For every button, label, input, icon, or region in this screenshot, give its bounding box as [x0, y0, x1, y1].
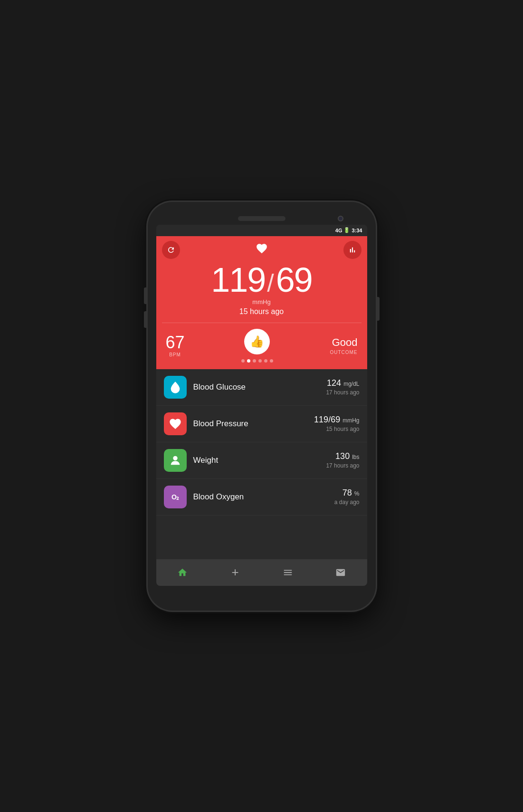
- bpm-section: 67 BPM: [166, 334, 185, 357]
- svg-point-0: [173, 456, 177, 460]
- thumbs-button[interactable]: 👍: [244, 329, 270, 354]
- dot-2: [247, 359, 250, 363]
- metric-item-pressure[interactable]: Blood Pressure 119/69 mmHg 15 hours ago: [156, 406, 367, 442]
- outcome-section: Good OUTCOME: [330, 336, 357, 355]
- glucose-label: Blood Glucose: [193, 382, 326, 392]
- nav-messages[interactable]: [314, 559, 367, 586]
- heart-icon: [256, 242, 268, 258]
- pressure-label: Blood Pressure: [193, 419, 314, 429]
- dot-5: [264, 359, 267, 363]
- diastolic-value: 69: [276, 263, 312, 297]
- systolic-value: 119: [211, 263, 265, 297]
- weight-label: Weight: [193, 456, 326, 465]
- bpm-value: 67: [166, 334, 185, 351]
- glucose-icon: [164, 376, 187, 399]
- weight-reading: 130 lbs 17 hours ago: [326, 451, 359, 469]
- bp-unit: mmHg: [156, 298, 367, 306]
- oxygen-icon: O₂: [164, 486, 187, 508]
- dot-1: [241, 359, 245, 363]
- metric-item-glucose[interactable]: Blood Glucose 124 mg/dL 17 hours ago: [156, 369, 367, 406]
- hero-bottom: 67 BPM 👍: [156, 323, 367, 369]
- speaker: [238, 216, 285, 221]
- chart-button[interactable]: [343, 241, 361, 259]
- weight-time: 17 hours ago: [326, 462, 359, 469]
- metric-item-oxygen[interactable]: O₂ Blood Oxygen 78 % a day ago: [156, 479, 367, 516]
- screen: 4G 🔋 3:34: [156, 225, 367, 586]
- glucose-time: 17 hours ago: [326, 389, 359, 396]
- dot-4: [258, 359, 262, 363]
- pressure-icon: [164, 412, 187, 435]
- bpm-label: BPM: [166, 352, 185, 357]
- bp-display: 119 / 69 mmHg 15 hours ago: [156, 259, 367, 323]
- metrics-list: Blood Glucose 124 mg/dL 17 hours ago Blo…: [156, 369, 367, 559]
- nav-menu[interactable]: [262, 559, 314, 586]
- oxygen-time: a day ago: [334, 499, 360, 506]
- bp-slash: /: [267, 269, 274, 297]
- nav-add[interactable]: +: [209, 559, 262, 586]
- hero-card: 119 / 69 mmHg 15 hours ago 67 BPM 👍: [156, 236, 367, 369]
- nav-home[interactable]: [156, 559, 209, 586]
- camera: [338, 216, 343, 221]
- oxygen-label: Blood Oxygen: [193, 492, 334, 502]
- dot-3: [253, 359, 256, 363]
- refresh-button[interactable]: [162, 241, 180, 259]
- glucose-reading: 124 mg/dL 17 hours ago: [326, 378, 359, 396]
- signal-icon: 4G: [335, 228, 342, 233]
- page-dots: [241, 359, 273, 363]
- metric-item-weight[interactable]: Weight 130 lbs 17 hours ago: [156, 442, 367, 479]
- pressure-reading: 119/69 mmHg 15 hours ago: [314, 415, 359, 432]
- bottom-nav: +: [156, 559, 367, 586]
- bp-time: 15 hours ago: [156, 307, 367, 316]
- phone-top: [156, 216, 367, 221]
- clock: 3:34: [352, 228, 362, 233]
- dot-6: [270, 359, 273, 363]
- outcome-label: OUTCOME: [330, 350, 357, 355]
- phone-wrapper: 4G 🔋 3:34: [148, 202, 376, 611]
- battery-icon: 🔋: [343, 227, 350, 233]
- status-bar: 4G 🔋 3:34: [156, 225, 367, 236]
- outcome-value: Good: [330, 336, 357, 349]
- pressure-time: 15 hours ago: [314, 426, 359, 432]
- oxygen-reading: 78 % a day ago: [334, 488, 360, 506]
- weight-icon: [164, 449, 187, 472]
